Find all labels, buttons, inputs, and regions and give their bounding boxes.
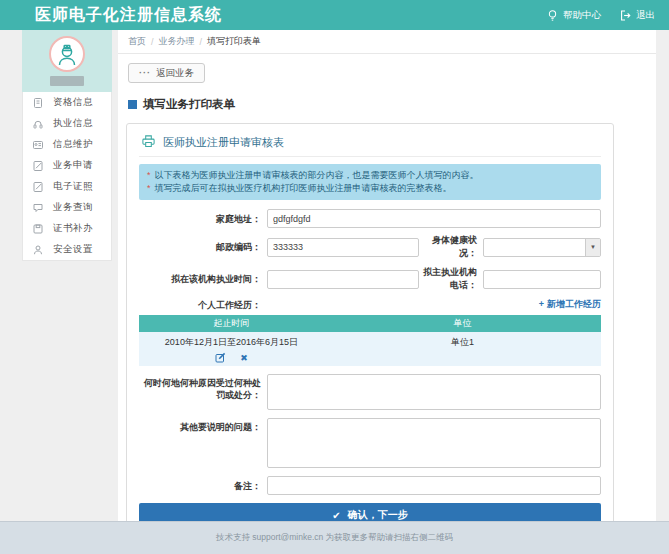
help-bulb-icon	[546, 9, 559, 22]
row-actions: ✖	[139, 352, 324, 363]
edit-icon[interactable]	[215, 352, 226, 363]
plus-icon: +	[539, 299, 544, 309]
asterisk-icon: *	[147, 170, 151, 180]
registration-form: 家庭地址： 邮政编码： 身体健康状况： ▼ 拟在该机构执业时间： 拟主执业机构电…	[139, 209, 601, 527]
health-status-label: 身体健康状况：	[419, 234, 483, 260]
sidebar-menu: 资格信息 执业信息 信息维护	[22, 92, 112, 261]
home-address-label: 家庭地址：	[139, 213, 267, 225]
form-edit-icon	[23, 160, 53, 172]
avatar	[49, 36, 85, 72]
form-panel: 医师执业注册申请审核表 *以下表格为医师执业注册申请审核表的部分内容，也是需要医…	[126, 123, 614, 538]
form-title-text: 医师执业注册申请审核表	[163, 135, 284, 150]
breadcrumb-separator: /	[151, 37, 154, 47]
printer-icon	[141, 134, 156, 150]
practice-time-input[interactable]	[267, 270, 419, 289]
breadcrumb-home[interactable]: 首页	[128, 35, 146, 48]
other-issues-label: 其他要说明的问题：	[139, 418, 267, 433]
query-bubble-icon	[23, 202, 53, 214]
id-card-icon	[23, 139, 53, 151]
health-status-select[interactable]: ▼	[483, 238, 601, 257]
punishment-textarea[interactable]	[267, 374, 601, 410]
punishment-label: 何时何地何种原因受过何种处罚或处分：	[139, 374, 267, 401]
remark-label: 备注：	[139, 480, 267, 492]
document-icon	[23, 97, 53, 109]
work-period-cell: 2010年12月1日至2016年6月15日 ✖	[139, 336, 324, 363]
work-unit-cell: 单位1	[324, 336, 601, 363]
sidebar-item-business-application[interactable]: 业务申请	[23, 155, 111, 176]
page-title: 填写业务打印表单	[128, 97, 656, 112]
main-content: 首页 / 业务办理 / 填写打印表单 ··· 返回业务 填写业务打印表单	[118, 30, 656, 544]
postal-code-label: 邮政编码：	[139, 241, 267, 253]
sidebar-item-practice-info[interactable]: 执业信息	[23, 113, 111, 134]
logout-icon	[619, 9, 632, 22]
practice-time-label: 拟在该机构执业时间：	[139, 273, 267, 285]
user-icon	[23, 244, 53, 256]
asterisk-icon: *	[147, 183, 151, 193]
help-center-label: 帮助中心	[563, 9, 601, 22]
sidebar-item-label: 业务申请	[53, 159, 93, 172]
floppy-icon	[23, 223, 53, 235]
breadcrumb-business[interactable]: 业务办理	[159, 35, 195, 48]
work-table-header: 起止时间 单位	[139, 315, 601, 332]
check-icon: ✔	[332, 510, 340, 521]
help-center-link[interactable]: 帮助中心	[546, 9, 601, 22]
page-footer: 技术支持 support@minke.cn 为获取更多帮助请扫描右侧二维码	[0, 521, 669, 554]
breadcrumb: 首页 / 业务办理 / 填写打印表单	[118, 30, 656, 54]
back-to-business-button[interactable]: ··· 返回业务	[128, 63, 205, 83]
sidebar-item-label: 业务查询	[53, 201, 93, 214]
info-box: *以下表格为医师执业注册申请审核表的部分内容，也是需要医师个人填写的内容。 *填…	[139, 164, 601, 200]
page-title-text: 填写业务打印表单	[143, 97, 235, 112]
col-header-time: 起止时间	[139, 317, 324, 330]
back-button-label: 返回业务	[156, 67, 194, 80]
delete-icon[interactable]: ✖	[240, 353, 248, 363]
breadcrumb-separator: /	[200, 37, 203, 47]
page-body: 资格信息 执业信息 信息维护	[22, 30, 656, 544]
sidebar-item-security-settings[interactable]: 安全设置	[23, 239, 111, 260]
sidebar-item-label: 资格信息	[53, 96, 93, 109]
add-work-history-link[interactable]: +新增工作经历	[267, 298, 601, 311]
table-row: 2010年12月1日至2016年6月15日 ✖	[139, 332, 601, 366]
sidebar-item-certificate-reissue[interactable]: 证书补办	[23, 218, 111, 239]
logout-label: 退出	[636, 9, 655, 22]
work-history-label: 个人工作经历：	[139, 299, 267, 311]
info-line: *以下表格为医师执业注册申请审核表的部分内容，也是需要医师个人填写的内容。	[147, 169, 593, 182]
sidebar-item-label: 安全设置	[53, 243, 93, 256]
headset-icon	[23, 118, 53, 130]
sidebar-item-electronic-license[interactable]: 电子证照	[23, 176, 111, 197]
user-profile-box	[22, 30, 112, 92]
footer-support-text: 技术支持 support@minke.cn 为获取更多帮助请扫描右侧二维码	[216, 532, 453, 544]
sidebar-item-info-maintenance[interactable]: 信息维护	[23, 134, 111, 155]
back-ellipsis-icon: ···	[139, 69, 151, 78]
org-phone-input[interactable]	[483, 270, 601, 289]
top-header: 医师电子化注册信息系统 帮助中心 退出	[0, 0, 669, 30]
work-history-table: 起止时间 单位 2010年12月1日至2016年6月15日	[139, 315, 601, 366]
remark-input[interactable]	[267, 476, 601, 495]
form-title-bar: 医师执业注册申请审核表	[139, 132, 601, 157]
breadcrumb-current: 填写打印表单	[207, 35, 261, 48]
app-title: 医师电子化注册信息系统	[35, 5, 222, 26]
org-phone-label: 拟主执业机构电话：	[419, 266, 483, 292]
sidebar-item-business-query[interactable]: 业务查询	[23, 197, 111, 218]
sidebar-item-label: 信息维护	[53, 138, 93, 151]
user-name-redacted	[50, 76, 84, 86]
confirm-button-label: 确认，下一步	[348, 508, 408, 522]
sidebar-item-label: 证书补办	[53, 222, 93, 235]
sidebar-item-label: 执业信息	[53, 117, 93, 130]
chevron-down-icon: ▼	[585, 239, 600, 256]
postal-code-input[interactable]	[267, 238, 419, 257]
title-square-icon	[128, 100, 137, 109]
col-header-unit: 单位	[324, 317, 601, 330]
logout-link[interactable]: 退出	[619, 9, 655, 22]
sidebar: 资格信息 执业信息 信息维护	[22, 30, 112, 544]
sidebar-item-label: 电子证照	[53, 180, 93, 193]
sidebar-item-qualification-info[interactable]: 资格信息	[23, 92, 111, 113]
home-address-input[interactable]	[267, 209, 601, 228]
license-icon	[23, 181, 53, 193]
info-line: *填写完成后可在拟执业医疗机构打印医师执业注册申请审核表的完整表格。	[147, 182, 593, 195]
other-issues-textarea[interactable]	[267, 418, 601, 468]
